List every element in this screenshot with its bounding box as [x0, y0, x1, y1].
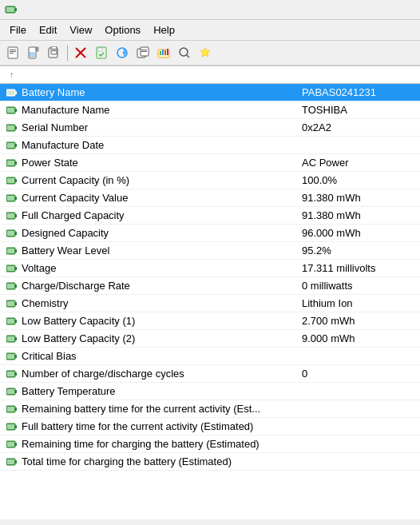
row-description: Voltage	[0, 261, 295, 276]
row-battery-icon	[6, 247, 18, 255]
table-row[interactable]: Critical Bias	[0, 348, 420, 365]
svg-rect-83	[7, 389, 14, 394]
table-row[interactable]: Full battery time for the current activi…	[0, 418, 420, 436]
table-row[interactable]: Full Charged Capacity 91.380 mWh	[0, 207, 420, 225]
row-value: 91.380 mWh	[295, 190, 420, 205]
table-row[interactable]: Battery Wear Level 95.2%	[0, 242, 420, 260]
row-battery-icon	[6, 159, 18, 167]
svg-rect-70	[15, 320, 17, 323]
copy-button[interactable]	[45, 43, 64, 62]
main-content: ↑ Battery Name PABAS0241231 Manufacture …	[0, 66, 420, 519]
row-desc-text: Total time for charging the battery (Est…	[22, 455, 232, 467]
row-battery-icon	[6, 317, 18, 325]
table-row[interactable]: Number of charge/discharge cycles 0	[0, 365, 420, 383]
menu-item-view[interactable]: View	[63, 22, 98, 38]
table-row[interactable]: Charge/Discharge Rate 0 milliwatts	[0, 277, 420, 295]
row-battery-icon	[6, 388, 18, 396]
svg-rect-82	[15, 390, 17, 393]
svg-rect-73	[15, 337, 17, 340]
svg-rect-64	[15, 284, 17, 288]
table-row[interactable]: Total time for charging the battery (Est…	[0, 453, 420, 471]
row-value: 17.311 millivolts	[295, 261, 420, 276]
copy2-button[interactable]	[133, 43, 153, 62]
delete-button[interactable]	[71, 43, 90, 62]
table-row[interactable]: Current Capacity Value 91.380 mWh	[0, 189, 420, 207]
refresh-button[interactable]	[113, 43, 132, 62]
svg-rect-65	[7, 284, 14, 288]
row-value: TOSHIBA	[295, 102, 420, 117]
row-battery-icon	[6, 352, 18, 360]
row-value: 2.700 mWh	[295, 313, 420, 328]
svg-rect-94	[15, 460, 17, 463]
svg-rect-25	[162, 50, 164, 55]
menu-item-options[interactable]: Options	[98, 22, 147, 38]
table-row[interactable]: Voltage 17.311 millivolts	[0, 260, 420, 277]
row-desc-text: Battery Temperature	[22, 385, 116, 397]
row-desc-text: Manufacture Name	[22, 104, 110, 116]
svg-rect-2	[6, 7, 14, 12]
menu-item-help[interactable]: Help	[147, 22, 181, 38]
svg-rect-31	[15, 91, 17, 94]
table-row[interactable]: Serial Number 0x2A2	[0, 119, 420, 137]
table-row[interactable]: Battery Name PABAS0241231	[0, 84, 420, 101]
svg-line-29	[187, 55, 189, 58]
svg-rect-21	[141, 50, 147, 50]
svg-rect-44	[7, 161, 14, 165]
svg-rect-85	[15, 408, 17, 411]
table-row[interactable]: Chemistry Lithium Ion	[0, 295, 420, 312]
row-battery-icon	[6, 106, 18, 114]
svg-rect-80	[7, 372, 14, 376]
svg-rect-59	[7, 249, 14, 253]
save-button[interactable]	[92, 43, 111, 62]
table-row[interactable]: Battery Temperature	[0, 383, 420, 400]
svg-rect-17	[98, 48, 102, 51]
table-row[interactable]: Low Battery Capacity (1) 2.700 mWh	[0, 312, 420, 330]
svg-rect-47	[7, 178, 14, 183]
row-desc-text: Manufacture Date	[22, 139, 104, 151]
svg-rect-92	[7, 442, 14, 447]
menu-item-edit[interactable]: Edit	[33, 22, 63, 38]
row-desc-text: Chemistry	[22, 297, 69, 309]
properties-button[interactable]	[24, 43, 43, 62]
svg-rect-40	[15, 144, 17, 147]
svg-rect-91	[15, 443, 17, 446]
export-button[interactable]	[154, 43, 173, 62]
table-body: Battery Name PABAS0241231 Manufacture Na…	[0, 84, 420, 471]
row-description: Battery Wear Level	[0, 243, 295, 258]
header-description[interactable]: ↑	[0, 69, 295, 81]
row-desc-text: Power State	[22, 157, 78, 169]
help-button[interactable]	[196, 43, 215, 62]
find-button[interactable]	[175, 43, 194, 62]
svg-rect-34	[15, 109, 17, 112]
table-row[interactable]: Manufacture Name TOSHIBA	[0, 101, 420, 119]
table-row[interactable]: Manufacture Date	[0, 137, 420, 154]
table-row[interactable]: Current Capacity (in %) 100.0%	[0, 172, 420, 189]
svg-rect-5	[10, 51, 16, 52]
svg-rect-77	[7, 354, 14, 359]
svg-rect-95	[7, 459, 14, 464]
row-desc-text: Full battery time for the current activi…	[22, 420, 253, 432]
row-value	[295, 460, 420, 463]
table-row[interactable]: Low Battery Capacity (2) 9.000 mWh	[0, 330, 420, 348]
svg-rect-27	[167, 49, 168, 55]
table-row[interactable]: Remaining time for charging the battery …	[0, 436, 420, 453]
svg-rect-38	[7, 125, 14, 130]
table-row[interactable]: Remaining battery time for the current a…	[0, 400, 420, 418]
table-row[interactable]: Designed Capacity 96.000 mWh	[0, 225, 420, 242]
open-button[interactable]	[3, 43, 22, 62]
table-row[interactable]: Power State AC Power	[0, 154, 420, 172]
menu-bar: FileEditViewOptionsHelp	[0, 20, 420, 41]
row-value: 0x2A2	[295, 120, 420, 135]
row-desc-text: Battery Name	[22, 86, 85, 98]
row-description: Chemistry	[0, 296, 295, 311]
svg-rect-50	[7, 196, 14, 201]
header-value	[295, 69, 420, 81]
menu-item-file[interactable]: File	[3, 22, 33, 38]
row-description: Low Battery Capacity (2)	[0, 331, 295, 346]
svg-rect-71	[7, 319, 14, 324]
svg-rect-55	[15, 232, 17, 235]
row-value: PABAS0241231	[295, 85, 420, 100]
row-value	[295, 425, 420, 428]
svg-rect-32	[7, 90, 14, 95]
svg-rect-56	[7, 231, 14, 236]
